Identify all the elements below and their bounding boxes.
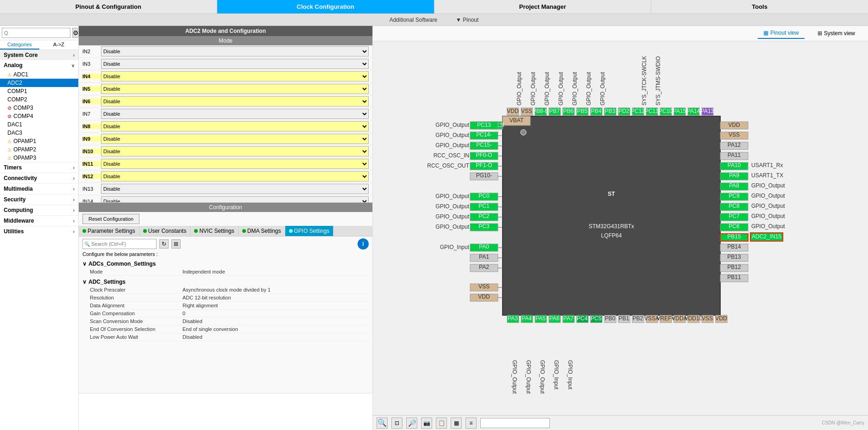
zoom-out-btn[interactable]: 🔎: [406, 418, 417, 429]
param-row-eoc: End Of Conversion Selection End of singl…: [90, 325, 369, 333]
list-btn[interactable]: ≡: [465, 418, 477, 429]
sidebar-item-opamp2[interactable]: ⚠ OPAMP2: [0, 145, 78, 154]
svg-text:PC9: PC9: [729, 193, 740, 199]
svg-text:VSS: VSS: [701, 315, 712, 322]
mode-select-in11[interactable]: Disable: [101, 159, 369, 169]
fit-btn[interactable]: ⊡: [391, 418, 403, 429]
mode-label-in14: IN14: [82, 199, 101, 203]
bottom-toolbar: 🔍 ⊡ 🔎 📷 📋 ▦ ≡ CSDN @Wen_Carry: [373, 415, 868, 430]
svg-text:GPIO_Input: GPIO_Input: [567, 360, 573, 390]
sidebar-section-analog[interactable]: Analog ∨: [0, 60, 78, 70]
sidebar-item-dac3[interactable]: DAC3: [0, 129, 78, 137]
mode-select-in14[interactable]: Disable: [101, 196, 369, 203]
params-expand-btn[interactable]: ⊞: [171, 239, 181, 249]
sidebar-item-comp4[interactable]: ⊘ COMP4: [0, 112, 78, 120]
svg-text:GPIO_Output: GPIO_Output: [751, 203, 785, 209]
sidebar-gear-btn[interactable]: ⚙: [72, 28, 79, 38]
params-refresh-btn[interactable]: ↻: [159, 239, 169, 249]
grid-btn[interactable]: ▦: [451, 418, 462, 429]
mode-select-in7[interactable]: Disable: [101, 109, 369, 119]
sidebar-section-connectivity[interactable]: Connectivity ›: [0, 173, 78, 183]
mode-select-in4[interactable]: Disable: [101, 71, 369, 81]
subnav-pinout[interactable]: ▼ Pinout: [456, 17, 478, 23]
tab-dma[interactable]: DMA Settings: [239, 226, 285, 236]
params-help-btn[interactable]: i: [358, 238, 369, 249]
mode-select-in10[interactable]: Disable: [101, 146, 369, 156]
sidebar-item-comp2[interactable]: COMP2: [0, 95, 78, 104]
sidebar-section-utilities[interactable]: Utilities ›: [0, 226, 78, 237]
sidebar-section-multimedia[interactable]: Multimedia ›: [0, 183, 78, 194]
svg-text:PB6: PB6: [563, 108, 573, 114]
mode-row-in9: IN9 Disable: [79, 133, 372, 145]
svg-text:PB7: PB7: [549, 108, 560, 114]
bottom-empty-area: [79, 393, 372, 430]
mode-select-in2[interactable]: Disable: [101, 46, 369, 56]
sidebar-item-comp1[interactable]: COMP1: [0, 87, 78, 95]
tab-pinout-view[interactable]: ▦ Pinout view: [758, 28, 804, 39]
tab-user-constants[interactable]: User Constants: [139, 226, 191, 236]
sidebar-section-computing[interactable]: Computing ›: [0, 205, 78, 215]
warning-icon-opamp2: ⚠: [7, 147, 12, 152]
chevron-right-icon-comp: ›: [73, 208, 75, 213]
mode-label-in8: IN8: [82, 124, 101, 129]
tab-system-view[interactable]: ⊞ System view: [812, 28, 861, 38]
sidebar-section-utilities-label: Utilities: [4, 228, 24, 235]
sidebar-item-adc2[interactable]: ADC2: [0, 79, 78, 87]
param-group-adc-settings-header[interactable]: ∨ ADC_Settings: [82, 278, 369, 286]
mode-select-in6[interactable]: Disable: [101, 96, 369, 106]
params-search-input[interactable]: [82, 239, 157, 249]
svg-text:VDD: VDD: [507, 108, 519, 114]
param-group-adcs-common: ∨ ADCs_Common_Settings Mode Independent …: [82, 260, 369, 276]
chevron-right-icon-mid: ›: [73, 218, 75, 224]
mode-select-in3[interactable]: Disable: [101, 59, 369, 69]
svg-text:PB3: PB3: [604, 108, 615, 114]
tab-param-settings[interactable]: Parameter Settings: [79, 226, 139, 236]
nav-project[interactable]: Project Manager: [434, 0, 652, 13]
mode-row-in4: IN4 Disable: [79, 70, 372, 83]
export-btn[interactable]: 📷: [421, 418, 432, 429]
tab-gpio[interactable]: GPIO Settings: [285, 226, 334, 236]
sidebar-search[interactable]: [2, 28, 70, 38]
nav-clock[interactable]: Clock Configuration: [217, 0, 434, 13]
mode-select-in12[interactable]: Disable: [101, 171, 369, 181]
nav-tools[interactable]: Tools: [651, 0, 868, 13]
subnav-software[interactable]: Additional Software: [390, 17, 437, 23]
sidebar-section-systemcore[interactable]: System Core ›: [0, 50, 78, 60]
sidebar-item-comp3[interactable]: ⊘ COMP3: [0, 104, 78, 112]
tab-categories[interactable]: Categories: [0, 40, 39, 50]
chevron-right-icon-conn: ›: [73, 176, 75, 181]
layers-btn[interactable]: 📋: [436, 418, 447, 429]
svg-text:PB1: PB1: [618, 315, 629, 322]
mode-select-in8[interactable]: Disable: [101, 121, 369, 131]
param-group-adc-settings: ∨ ADC_Settings Clock Prescaler Asynchron…: [82, 278, 369, 341]
svg-text:PA1: PA1: [479, 254, 489, 260]
tab-az[interactable]: A->Z: [39, 40, 79, 50]
zoom-in-btn[interactable]: 🔍: [377, 418, 388, 429]
svg-text:GPIO_Output: GPIO_Output: [751, 193, 785, 199]
svg-text:PA9: PA9: [729, 172, 739, 179]
svg-text:PB14: PB14: [727, 243, 741, 250]
param-group-adcs-common-header[interactable]: ∨ ADCs_Common_Settings: [82, 260, 369, 268]
svg-text:GPIO_Output: GPIO_Output: [516, 72, 522, 106]
error-icon-comp3: ⊘: [7, 105, 12, 111]
svg-text:GPIO_Output: GPIO_Output: [558, 72, 564, 106]
svg-text:VSS: VSS: [478, 283, 489, 290]
svg-text:ADC2_IN15: ADC2_IN15: [751, 233, 781, 240]
mode-select-in13[interactable]: Disable: [101, 184, 369, 194]
sidebar-section-timers[interactable]: Timers ›: [0, 162, 78, 173]
sidebar-item-dac1[interactable]: DAC1: [0, 120, 78, 129]
watermark-label: CSDN @Wen_Carry: [822, 420, 864, 425]
tab-nvic[interactable]: NVIC Settings: [190, 226, 238, 236]
mode-row-in12: IN12 Disable: [79, 170, 372, 183]
toolbar-search[interactable]: [480, 418, 550, 428]
mode-select-in9[interactable]: Disable: [101, 134, 369, 144]
mode-select-in5[interactable]: Disable: [101, 84, 369, 94]
nav-pinout[interactable]: Pinout & Configuration: [0, 0, 217, 13]
sidebar-section-analog-label: Analog: [4, 62, 23, 69]
sidebar-item-opamp1[interactable]: ⚠ OPAMP1: [0, 137, 78, 145]
sidebar-item-adc1[interactable]: ⚠ ADC1: [0, 70, 78, 79]
sidebar-section-security[interactable]: Security ›: [0, 194, 78, 205]
reset-config-btn[interactable]: Reset Configuration: [82, 214, 139, 224]
sidebar-section-middleware[interactable]: Middleware ›: [0, 215, 78, 226]
sidebar-item-opamp3[interactable]: ⚠ OPAMP3: [0, 154, 78, 162]
